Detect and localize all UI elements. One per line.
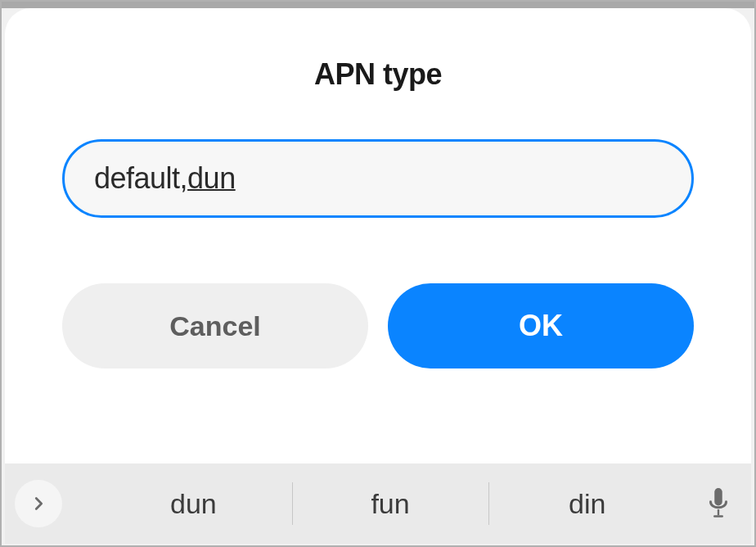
dialog-button-row: Cancel OK xyxy=(62,283,694,368)
input-text-prefix: default, xyxy=(94,161,187,195)
apn-type-input[interactable]: default,dun xyxy=(62,139,694,218)
input-text-compose: dun xyxy=(187,161,236,195)
svg-rect-1 xyxy=(718,509,719,515)
keyboard-suggestion-bar: dun fun din xyxy=(5,463,751,544)
status-bar-spacer xyxy=(2,2,754,8)
svg-rect-2 xyxy=(713,515,723,517)
dialog-title: APN type xyxy=(314,57,442,92)
suggestion-1[interactable]: fun xyxy=(292,479,489,528)
keyboard-suggestions: dun fun din xyxy=(95,479,686,528)
chevron-right-icon[interactable] xyxy=(15,480,62,527)
suggestion-0[interactable]: dun xyxy=(95,479,292,528)
mic-icon[interactable] xyxy=(686,488,751,519)
apn-type-input-value[interactable]: default,dun xyxy=(94,161,662,196)
ok-button[interactable]: OK xyxy=(388,283,694,368)
suggestion-2[interactable]: din xyxy=(488,479,686,528)
apn-type-dialog: APN type default,dun Cancel OK xyxy=(5,8,751,467)
svg-rect-0 xyxy=(714,488,722,505)
cancel-button[interactable]: Cancel xyxy=(62,283,368,368)
